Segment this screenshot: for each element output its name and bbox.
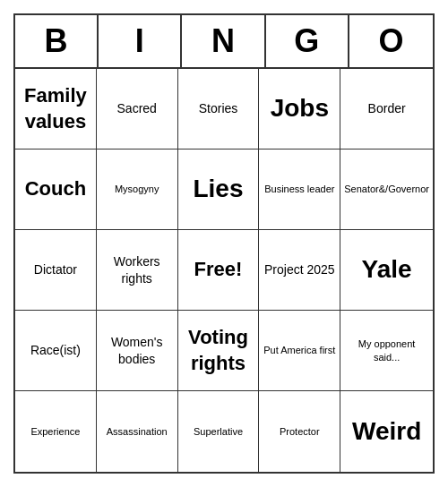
bingo-cell-7[interactable]: Lies [178,150,260,230]
bingo-cell-18[interactable]: Put America first [259,311,340,391]
bingo-cell-16[interactable]: Women's bodies [97,311,178,391]
header-letter-b: B [15,15,99,67]
bingo-cell-3[interactable]: Jobs [259,69,340,150]
bingo-cell-2[interactable]: Stories [178,69,260,150]
bingo-header: BINGO [15,15,433,69]
bingo-cell-19[interactable]: My opponent said... [340,311,433,391]
bingo-grid: Family valuesSacredStoriesJobsBorderCouc… [15,69,433,472]
bingo-cell-15[interactable]: Race(ist) [15,311,97,391]
header-letter-n: N [182,15,265,67]
header-letter-i: I [99,15,182,67]
header-letter-o: O [349,15,433,67]
bingo-cell-17[interactable]: Voting rights [178,311,260,391]
bingo-cell-13[interactable]: Project 2025 [259,230,340,311]
bingo-cell-22[interactable]: Superlative [178,391,260,472]
bingo-cell-20[interactable]: Experience [15,391,97,472]
bingo-cell-9[interactable]: Senator&/Governor [340,150,433,230]
bingo-cell-0[interactable]: Family values [15,69,97,150]
bingo-cell-1[interactable]: Sacred [97,69,178,150]
bingo-cell-4[interactable]: Border [340,69,433,150]
bingo-cell-10[interactable]: Dictator [15,230,97,311]
bingo-cell-8[interactable]: Business leader [259,150,340,230]
bingo-cell-5[interactable]: Couch [15,150,97,230]
bingo-cell-12[interactable]: Free! [178,230,260,311]
bingo-cell-14[interactable]: Yale [340,230,433,311]
bingo-card: BINGO Family valuesSacredStoriesJobsBord… [13,13,435,474]
bingo-cell-23[interactable]: Protector [259,391,340,472]
header-letter-g: G [266,15,349,67]
bingo-cell-6[interactable]: Mysogyny [97,150,178,230]
bingo-cell-21[interactable]: Assassination [97,391,178,472]
bingo-cell-11[interactable]: Workers rights [97,230,178,311]
bingo-cell-24[interactable]: Weird [340,391,433,472]
